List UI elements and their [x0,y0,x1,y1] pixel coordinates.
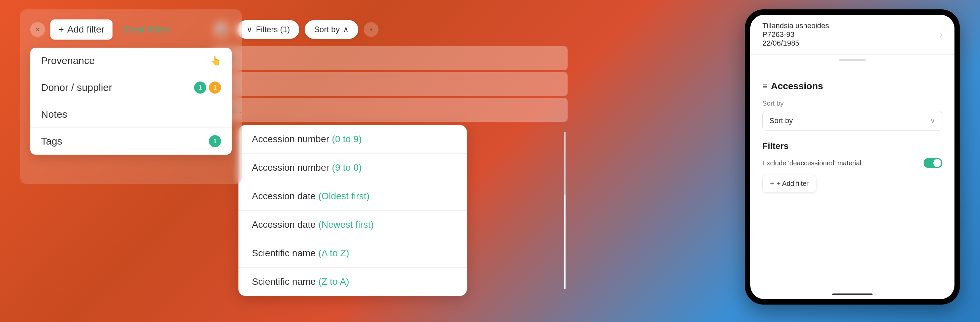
donor-badge-green: 1 [194,81,206,94]
sortby-label: Sort by [314,25,340,34]
peek-plant-name: Tillandsia usneoides [762,21,829,30]
more-button[interactable]: • [364,22,379,37]
filter-item-tags[interactable]: Tags 1 [30,128,232,155]
provenance-label: Provenance [41,55,95,67]
chevron-right-icon: › [940,30,942,39]
sortby-dropdown-wrapper: Accession number (0 to 9) Accession numb… [212,125,568,296]
filters-label: Filters (1) [256,25,290,34]
sort-label-main: Scientific name [252,276,316,287]
sort-option-accdate-oldest[interactable]: Accession date (Oldest first) [239,182,467,211]
table-area: Do... Bo... Ma... [212,46,568,122]
chevron-down-icon: ∨ [930,116,935,125]
peek-acc-num: P7263-93 [762,30,829,39]
phone-sort-label: Sort by [762,100,942,107]
add-filter-panel: × + Add filter Clear filters Provenance … [20,10,242,184]
add-filter-button[interactable]: + Add filter [50,19,113,40]
table-row: Ma... [212,98,568,122]
phone-screen: Tillandsia usneoides P7263-93 22/06/1985… [750,15,955,299]
tags-badge: 1 [209,135,221,147]
filter-header: × + Add filter Clear filters [30,19,232,40]
phone-peek-item[interactable]: Tillandsia usneoides P7263-93 22/06/1985… [750,15,955,55]
sort-qualifier: (Z to A) [318,276,349,287]
donor-badge-orange: 1 [209,81,221,94]
sort-label-main: Accession date [252,191,316,201]
scroll-thumb [564,132,566,195]
close-icon: × [36,26,40,33]
filter-row-deaccessioned: Exclude 'deaccessioned' material [762,158,942,168]
sort-option-sciname-asc[interactable]: Scientific name (A to Z) [239,239,467,268]
sort-option-accdate-newest[interactable]: Accession date (Newest first) [239,211,467,239]
add-filter-label: + Add filter [777,180,809,187]
sort-label-main: Accession number [252,162,329,173]
clear-filters-button[interactable]: Clear filters [118,19,176,40]
close-button[interactable]: × [30,22,45,37]
sort-option-accnum-asc[interactable]: Accession number (0 to 9) [239,125,467,154]
filter-item-notes[interactable]: Notes [30,101,232,128]
sortby-dropdown: Accession number (0 to 9) Accession numb… [239,125,467,296]
filter-dropdown: Provenance 👆 Donor / supplier 1 1 Notes … [30,48,232,155]
donor-label: Donor / supplier [41,82,112,93]
sortby-toolbar: 🔍 ∨ Filters (1) Sort by ∧ • [212,19,568,40]
section-title-text: Accessions [771,81,823,92]
chevron-up-icon: ∧ [343,25,349,34]
filters-button[interactable]: ∨ Filters (1) [237,20,299,39]
plus-icon: + [59,24,64,35]
table-row: Do... [212,46,568,70]
filter-item-donor[interactable]: Donor / supplier 1 1 [30,74,232,101]
sort-qualifier: (A to Z) [318,248,349,259]
sort-label-main: Scientific name [252,248,316,259]
home-indicator [832,293,873,295]
clear-filters-label: Clear filters [123,24,171,35]
sort-select[interactable]: Sort by ∨ [762,111,942,131]
phone-sheet-content: ≡ Accessions Sort by Sort by ∨ Filters E… [750,67,955,205]
peek-content: Tillandsia usneoides P7263-93 22/06/1985 [762,21,829,48]
scrollbar[interactable] [564,132,566,289]
phone-panel: Tillandsia usneoides P7263-93 22/06/1985… [745,10,967,311]
phone-filters-section: Filters Exclude 'deaccessioned' material… [762,141,942,192]
cursor: 👆 [210,56,221,66]
filter-item-provenance[interactable]: Provenance 👆 [30,48,232,74]
sort-qualifier: (0 to 9) [332,134,362,144]
sheet-handle [839,59,866,61]
chevron-down-icon: ∨ [247,25,253,34]
more-icon: • [370,25,373,34]
add-filter-label: Add filter [67,24,105,35]
table-row: Bo... [212,72,568,96]
phone-add-filter-button[interactable]: + + Add filter [762,175,816,192]
sort-label-main: Accession date [252,219,316,230]
tags-label: Tags [41,135,62,147]
phone-section-title: ≡ Accessions [762,81,942,92]
sort-qualifier: (Oldest first) [318,191,369,201]
sortby-panel: 🔍 ∨ Filters (1) Sort by ∧ • Do... Bo... … [202,10,578,311]
phone-frame: Tillandsia usneoides P7263-93 22/06/1985… [745,10,960,305]
filters-title: Filters [762,141,942,151]
sort-label-main: Accession number [252,134,329,144]
toggle-deaccessioned[interactable] [924,158,942,168]
filter-row-label: Exclude 'deaccessioned' material [762,159,861,167]
sort-select-value: Sort by [769,116,793,125]
sortby-button[interactable]: Sort by ∧ [305,20,358,39]
sort-qualifier: (Newest first) [318,219,374,230]
list-icon: ≡ [762,81,767,92]
plus-icon: + [770,180,774,187]
sort-qualifier: (9 to 0) [332,162,362,173]
sort-option-sciname-desc[interactable]: Scientific name (Z to A) [239,268,467,296]
peek-date: 22/06/1985 [762,39,829,48]
notes-label: Notes [41,109,67,120]
sort-option-accnum-desc[interactable]: Accession number (9 to 0) [239,154,467,182]
